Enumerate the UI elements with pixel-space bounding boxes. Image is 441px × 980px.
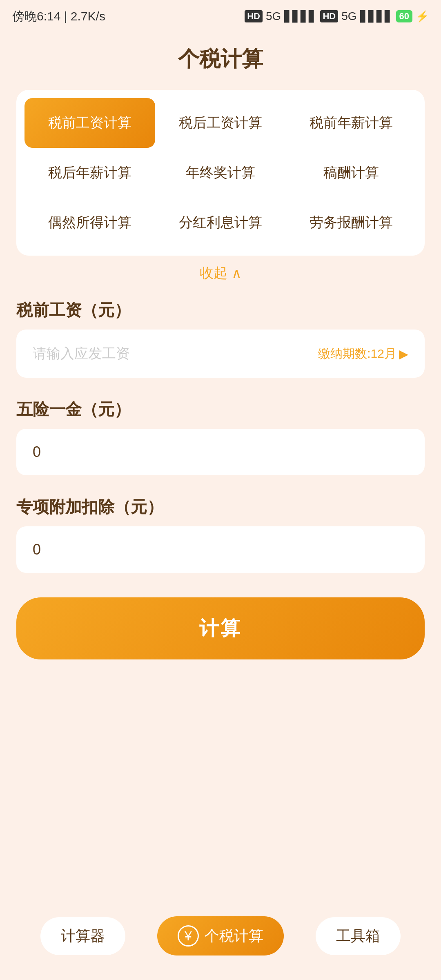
tab-pretax-salary[interactable]: 税前工资计算 — [24, 98, 155, 148]
tab-incidental[interactable]: 偶然所得计算 — [24, 198, 155, 247]
tab-manuscript[interactable]: 稿酬计算 — [286, 148, 416, 198]
period-label: 缴纳期数:12月 — [318, 345, 396, 362]
bottom-nav: 计算器 ¥ 个税计算 工具箱 — [0, 908, 441, 964]
charging-icon: ⚡ — [416, 10, 429, 23]
battery-level: 60 — [396, 10, 412, 22]
tab-year-bonus[interactable]: 年终奖计算 — [155, 148, 286, 198]
status-right: HD 5G ▋▋▋▋ HD 5G ▋▋▋▋ 60 ⚡ — [245, 10, 429, 23]
tab-pretax-annual[interactable]: 税前年薪计算 — [286, 98, 416, 148]
calculate-button[interactable]: 计算 — [16, 597, 425, 659]
deduction-value: 0 — [33, 541, 41, 558]
salary-input-card[interactable]: 请输入应发工资 缴纳期数:12月 ▶ — [16, 330, 425, 378]
insurance-input-card[interactable]: 0 — [16, 429, 425, 475]
page-title: 个税计算 — [0, 45, 441, 74]
deduction-label: 专项附加扣除（元） — [16, 496, 425, 518]
tab-dividend[interactable]: 分红利息计算 — [155, 198, 286, 247]
insurance-label: 五险一金（元） — [16, 398, 425, 421]
deduction-section: 专项附加扣除（元） 0 — [16, 496, 425, 573]
period-tag[interactable]: 缴纳期数:12月 ▶ — [318, 345, 408, 362]
signal-5g2: 5G — [341, 10, 356, 23]
signal-bars: ▋▋▋▋ — [284, 10, 317, 23]
hd-badge: HD — [245, 10, 263, 22]
nav-calculator[interactable]: 计算器 — [40, 917, 125, 955]
collapse-button[interactable]: 收起 ∧ — [16, 256, 425, 291]
salary-section: 税前工资（元） 请输入应发工资 缴纳期数:12月 ▶ — [16, 299, 425, 378]
hd-badge2: HD — [320, 10, 338, 22]
nav-calculator-label: 计算器 — [61, 926, 105, 946]
main-content: 税前工资计算 税后工资计算 税前年薪计算 税后年薪计算 年终奖计算 稿酬计算 偶… — [0, 90, 441, 573]
insurance-value: 0 — [33, 443, 41, 461]
nav-toolbox-label: 工具箱 — [336, 926, 380, 946]
collapse-label: 收起 — [200, 264, 227, 283]
insurance-section: 五险一金（元） 0 — [16, 398, 425, 475]
tab-grid: 税前工资计算 税后工资计算 税前年薪计算 税后年薪计算 年终奖计算 稿酬计算 偶… — [24, 98, 416, 247]
deduction-input-card[interactable]: 0 — [16, 526, 425, 573]
tab-grid-container: 税前工资计算 税后工资计算 税前年薪计算 税后年薪计算 年终奖计算 稿酬计算 偶… — [16, 90, 425, 256]
nav-tax-calculator[interactable]: ¥ 个税计算 — [157, 916, 284, 956]
tab-labor[interactable]: 劳务报酬计算 — [286, 198, 416, 247]
period-arrow: ▶ — [399, 347, 408, 361]
signal-5g: 5G — [266, 10, 281, 23]
yuan-icon: ¥ — [178, 925, 199, 947]
salary-label: 税前工资（元） — [16, 299, 425, 321]
tab-aftertax-annual[interactable]: 税后年薪计算 — [24, 148, 155, 198]
collapse-icon: ∧ — [232, 265, 242, 281]
salary-placeholder: 请输入应发工资 — [33, 344, 130, 363]
calculate-button-wrapper: 计算 — [0, 597, 441, 659]
signal-bars2: ▋▋▋▋ — [360, 10, 393, 23]
status-time: 傍晚6:14 | 2.7K/s — [12, 8, 105, 25]
tab-aftertax-salary[interactable]: 税后工资计算 — [155, 98, 286, 148]
nav-tax-label: 个税计算 — [205, 926, 263, 946]
nav-toolbox[interactable]: 工具箱 — [316, 917, 401, 955]
status-bar: 傍晚6:14 | 2.7K/s HD 5G ▋▋▋▋ HD 5G ▋▋▋▋ 60… — [0, 0, 441, 33]
